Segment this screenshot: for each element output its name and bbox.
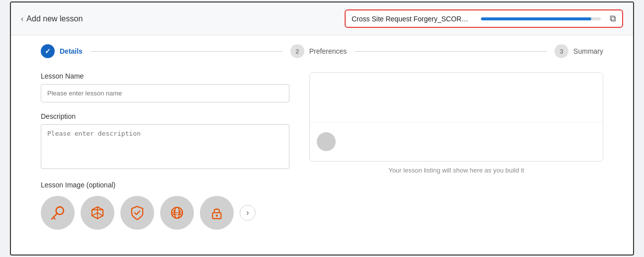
svg-point-12 <box>179 210 181 212</box>
page-title: Add new lesson <box>26 14 83 23</box>
preview-hint-text: Your lesson listing will show here as yo… <box>388 167 524 174</box>
copy-icon[interactable]: ⧉ <box>610 13 616 24</box>
back-button[interactable]: ‹ Add new lesson <box>21 14 83 23</box>
step-line-2 <box>355 51 547 52</box>
lesson-name-input[interactable] <box>41 84 289 102</box>
svg-point-14 <box>216 215 218 217</box>
step-2-circle: 2 <box>290 44 304 58</box>
lesson-name-label: Lesson Name <box>41 72 289 80</box>
lesson-image-cube[interactable] <box>81 196 114 230</box>
progress-bar <box>481 17 601 20</box>
svg-point-11 <box>174 210 176 212</box>
description-group: Description <box>41 112 289 171</box>
file-upload-box: Cross Site Request Forgery_SCORM4000.zip… <box>345 9 623 28</box>
page-header: ‹ Add new lesson Cross Site Request Forg… <box>11 2 633 35</box>
description-label: Description <box>41 112 289 120</box>
form-section: Lesson Name Description Lesson Image (op… <box>41 67 289 240</box>
preview-card <box>309 72 603 162</box>
step-1: ✓ Details <box>41 44 83 58</box>
lesson-image-lock[interactable] <box>200 196 234 230</box>
lesson-image-group: Lesson Image (optional) <box>41 181 289 230</box>
progress-bar-fill <box>481 17 591 20</box>
step-2-label: Preferences <box>309 47 347 55</box>
file-name-text: Cross Site Request Forgery_SCORM4000.zip <box>352 15 472 23</box>
lesson-image-shield[interactable] <box>120 196 154 230</box>
main-content: Lesson Name Description Lesson Image (op… <box>11 67 633 255</box>
preview-card-bottom <box>310 122 603 161</box>
svg-line-6 <box>92 213 97 216</box>
steps-bar: ✓ Details 2 Preferences 3 Summary <box>11 35 633 67</box>
step-2: 2 Preferences <box>290 44 347 58</box>
lesson-name-group: Lesson Name <box>41 72 289 102</box>
page-container: ‹ Add new lesson Cross Site Request Forg… <box>10 1 634 256</box>
lesson-image-key[interactable] <box>41 196 75 230</box>
preview-section: Your lesson listing will show here as yo… <box>309 67 603 240</box>
step-line-1 <box>91 51 282 52</box>
description-input[interactable] <box>41 124 289 169</box>
step-1-circle: ✓ <box>41 44 55 58</box>
step-3-label: Summary <box>573 47 603 55</box>
svg-line-2 <box>54 217 55 219</box>
step-3-circle: 3 <box>554 44 568 58</box>
icons-next-button[interactable]: › <box>240 205 256 221</box>
preview-card-image-area <box>310 73 603 122</box>
back-arrow-icon: ‹ <box>21 14 23 23</box>
lesson-image-icons-row: › <box>41 196 289 230</box>
step-1-label: Details <box>60 47 83 55</box>
lesson-image-label: Lesson Image (optional) <box>41 181 289 189</box>
step-1-check-icon: ✓ <box>45 47 51 55</box>
lesson-image-globe-people[interactable] <box>160 196 194 230</box>
svg-line-7 <box>97 213 103 216</box>
step-3: 3 Summary <box>554 44 603 58</box>
preview-avatar <box>317 132 336 151</box>
